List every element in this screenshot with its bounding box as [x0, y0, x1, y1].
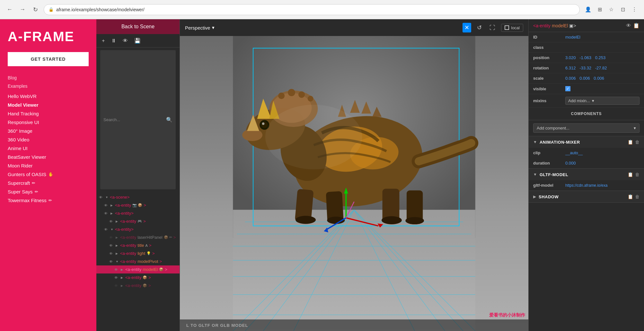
- visibility-icon-light[interactable]: 👁: [109, 252, 114, 255]
- visibility-icon-sub2[interactable]: 👁: [114, 284, 119, 288]
- forward-button[interactable]: →: [18, 5, 27, 14]
- sidebar-item-beatsaver[interactable]: BeatSaver Viewer: [8, 153, 89, 161]
- profile-icon[interactable]: 👤: [584, 5, 593, 14]
- animation-mixer-header[interactable]: ▼ ANIMATION-MIXER 📋 🗑: [529, 136, 644, 148]
- shadow-header[interactable]: ▶ SHADOW 📋 🗑: [529, 191, 644, 202]
- expand-icon-laser[interactable]: ▶: [116, 236, 119, 239]
- visibility-icon-entity3[interactable]: 👁: [104, 228, 109, 231]
- tree-label-camera: <a-entity: [115, 203, 131, 208]
- visibility-icon-camera[interactable]: 👁: [104, 203, 109, 207]
- eye-toggle-props[interactable]: 👁: [626, 22, 631, 29]
- visibility-icon-laser[interactable]: 👁: [109, 236, 114, 239]
- pencil-icon-1: ✏: [32, 181, 35, 185]
- expand-icon-pivot[interactable]: ▼: [116, 260, 119, 263]
- copy-gltf-button[interactable]: 📋: [628, 172, 633, 177]
- back-button[interactable]: ←: [5, 5, 14, 14]
- eye-toggle-button[interactable]: 👁: [121, 37, 129, 45]
- visibility-icon-entity1[interactable]: 👁: [104, 211, 109, 215]
- visibility-icon-pivot[interactable]: 👁: [109, 260, 114, 264]
- sidebar-item-moon-rider[interactable]: Moon Rider: [8, 161, 89, 170]
- bookmark-icon[interactable]: ☆: [607, 5, 616, 14]
- more-icon[interactable]: ⋮: [630, 5, 639, 14]
- sidebar-item-responsive-ui[interactable]: Responsive UI: [8, 118, 89, 127]
- tree-item-ascene[interactable]: 👁 ▼ <a-scene>: [96, 193, 180, 201]
- add-component-select[interactable]: Add component... ▾: [533, 123, 640, 133]
- delete-anim-button[interactable]: 🗑: [635, 139, 640, 145]
- save-button[interactable]: 💾: [133, 37, 142, 45]
- sidebar-item-gunters[interactable]: Gunters of OASIS ✋: [8, 170, 89, 179]
- add-entity-button[interactable]: +: [100, 37, 106, 45]
- sidebar-item-anime-ui[interactable]: Anime UI: [8, 144, 89, 153]
- expand-icon-sub2[interactable]: ▶: [121, 284, 124, 287]
- tree-item-laser[interactable]: 👁 ▶ <a-entity laserHitPanel 📦 ✏ >: [96, 233, 180, 241]
- tree-title-attr: title: [137, 243, 144, 248]
- delete-gltf-button[interactable]: 🗑: [635, 172, 640, 177]
- expand-icon-light[interactable]: ▶: [116, 252, 119, 255]
- blog-link[interactable]: Blog: [8, 75, 89, 80]
- sidebar-item-hand-tracking[interactable]: Hand Tracking: [8, 109, 89, 118]
- translate-icon[interactable]: ⊞: [595, 5, 604, 14]
- sidebar-item-hello-webvr[interactable]: Hello WebVR: [8, 92, 89, 101]
- fullscreen-button[interactable]: ⛶: [488, 23, 497, 32]
- perspective-button[interactable]: Perspective ▾: [185, 25, 215, 31]
- visibility-icon-model-el[interactable]: 👁: [114, 268, 119, 272]
- tree-label-model-el: <a-entity: [125, 267, 141, 272]
- tree-item-model-el[interactable]: 👁 ▶ <a-entity modelEl 📦 >: [96, 265, 180, 273]
- tree-item-pivot[interactable]: 👁 ▼ <a-entity modelPivot >: [96, 257, 180, 265]
- crosshair-button[interactable]: ✕: [463, 23, 471, 32]
- expand-icon-sub1[interactable]: ▶: [121, 276, 124, 279]
- search-input[interactable]: [103, 117, 166, 122]
- pencil-icon-3: ✏: [49, 198, 52, 203]
- expand-icon-title[interactable]: ▶: [116, 244, 119, 247]
- expand-icon-entity1[interactable]: ▶: [110, 212, 114, 215]
- expand-icon-entity2[interactable]: ▶: [116, 220, 119, 223]
- back-to-scene-button[interactable]: Back to Scene: [96, 19, 180, 34]
- sidebar-item-super-says[interactable]: Super Says ✏: [8, 187, 89, 196]
- tree-item-camera[interactable]: 👁 ▶ <a-entity 📷 📦 >: [96, 201, 180, 209]
- tree-label-pivot: <a-entity: [120, 259, 136, 264]
- copy-entity-button[interactable]: 📋: [633, 22, 640, 29]
- gltf-model-header[interactable]: ▼ GLTF-MODEL 📋 🗑: [529, 169, 644, 180]
- title-icon: A: [145, 244, 147, 247]
- prop-class-label: class: [529, 42, 561, 53]
- tree-item-entity1[interactable]: 👁 ▶ <a-entity>: [96, 209, 180, 217]
- sidebar-item-supercraft[interactable]: Supercraft ✏: [8, 179, 89, 187]
- visibility-icon-ascene[interactable]: 👁: [99, 195, 104, 199]
- mixin-select[interactable]: Add mixin... ▾: [565, 97, 640, 105]
- extensions-icon[interactable]: ⊡: [618, 5, 627, 14]
- tree-item-title[interactable]: 👁 ▶ <a-entity title A >: [96, 241, 180, 249]
- sidebar-item-model-viewer[interactable]: Model Viewer: [8, 101, 89, 109]
- sidebar-item-360-image[interactable]: 360° Image: [8, 127, 89, 135]
- anim-clip-value: __auto__: [561, 148, 644, 158]
- visible-checkbox[interactable]: ✓: [565, 86, 570, 91]
- add-component-chevron-icon: ▾: [634, 126, 636, 130]
- tree-item-light[interactable]: 👁 ▶ <a-entity light 💡 >: [96, 249, 180, 257]
- sidebar-item-360-video[interactable]: 360 Video: [8, 135, 89, 144]
- copy-shadow-button[interactable]: 📋: [628, 194, 633, 199]
- tree-item-sub1[interactable]: 👁 ▶ <a-entity 📦 >: [96, 273, 180, 282]
- pause-button[interactable]: ⏸: [110, 37, 118, 45]
- model-el-icon: 📦: [159, 267, 163, 272]
- local-toggle[interactable]: local: [501, 24, 523, 32]
- tree-item-sub2[interactable]: 👁 ▶ <a-entity 📦 >: [96, 282, 180, 290]
- get-started-button[interactable]: GET STARTED: [8, 52, 89, 66]
- viewport-canvas[interactable]: L TO GLTF OR GLB MODEL 爱看书的小沐制作: [180, 36, 528, 331]
- sidebar-item-towermax[interactable]: Towermax Fitness ✏: [8, 196, 89, 205]
- delete-shadow-button[interactable]: 🗑: [635, 194, 640, 199]
- prop-rotation-label: rotation: [529, 63, 561, 73]
- expand-icon-camera[interactable]: ▶: [110, 204, 114, 207]
- shadow-component: ▶ SHADOW 📋 🗑: [529, 191, 644, 203]
- expand-icon-model-el[interactable]: ▶: [121, 268, 124, 271]
- tree-item-entity3[interactable]: 👁 ▼ <a-entity>: [96, 225, 180, 233]
- tree-item-entity2[interactable]: 👁 ▶ <a-entity 🎮 >: [96, 217, 180, 225]
- refresh-button[interactable]: ↺: [475, 23, 484, 32]
- copy-anim-button[interactable]: 📋: [628, 139, 633, 145]
- expand-icon-entity3[interactable]: ▼: [110, 228, 114, 231]
- reload-button[interactable]: ↻: [31, 5, 40, 14]
- visibility-icon-sub1[interactable]: 👁: [114, 276, 119, 280]
- expand-icon-ascene[interactable]: ▼: [105, 196, 109, 199]
- visibility-icon-entity2[interactable]: 👁: [109, 219, 114, 223]
- visibility-icon-title[interactable]: 👁: [109, 244, 114, 247]
- aframe-sidebar: A-FRAME GET STARTED Blog Examples Hello …: [0, 19, 96, 331]
- address-bar[interactable]: 🔒 aframe.io/examples/showcase/modelviewe…: [44, 4, 580, 15]
